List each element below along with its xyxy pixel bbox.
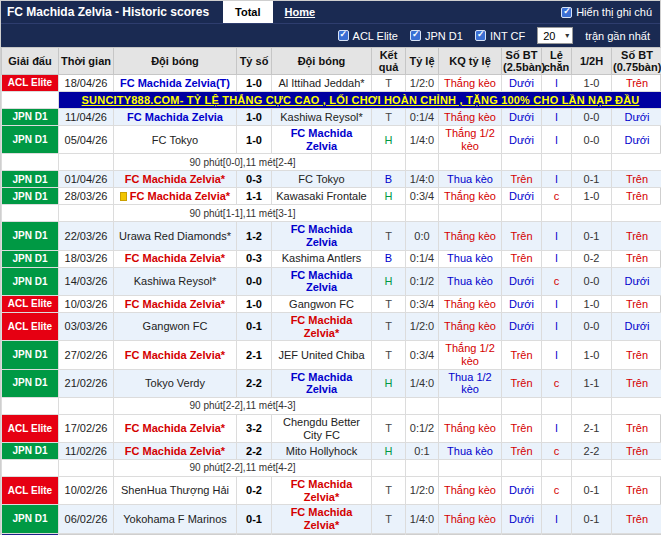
show-notes-toggle[interactable]: Hiển thị ghi chú (561, 1, 660, 23)
note-empty-cell (439, 154, 502, 171)
match-date: 10/02/26 (59, 477, 114, 505)
home-team-name[interactable]: FC Machida Zelvia* (125, 349, 225, 361)
away-team-name[interactable]: Kawasaki Frontale (276, 190, 367, 202)
over-under-0-75-cell: Dưới (612, 313, 661, 341)
match-score: 0-3 (237, 250, 272, 267)
match-row: JPN D101/04/26FC Machida Zelvia*0-3FC To… (2, 171, 661, 188)
home-team-name[interactable]: Gangwon FC (143, 320, 208, 332)
home-team-name[interactable]: FC Machida Zelvia* (125, 173, 225, 185)
half-time-score-cell: 0-1 (572, 171, 612, 188)
home-team-name[interactable]: FC Machida Zelvia(T) (120, 77, 230, 89)
match-score: 1-0 (237, 109, 272, 126)
column-header-odd-even: Lẻ chẵn (542, 48, 572, 75)
checkbox-checked-icon[interactable] (338, 30, 349, 41)
league-badge: JPN D1 (2, 171, 59, 188)
away-team-name[interactable]: JEF United Chiba (278, 349, 364, 361)
home-team-name[interactable]: Urawa Red Diamonds* (119, 230, 231, 242)
filter-acl-elite[interactable]: ACL Elite (338, 30, 398, 42)
match-row: ACL Elite17/02/26FC Machida Zelvia*3-2Ch… (2, 414, 661, 442)
away-team-name[interactable]: FC Machida Zelvia (291, 269, 353, 294)
column-header-total-goals-0-75: Số BT (0.75bàn) (612, 48, 661, 75)
home-team-name[interactable]: FC Machida Zelvia* (125, 298, 225, 310)
penalty-note-row: 90 phút[0-0],11 mét[2-4] (2, 154, 661, 171)
home-team-cell: ShenHua Thượng Hải (114, 477, 237, 505)
league-badge: JPN D1 (2, 250, 59, 267)
league-badge: ACL Elite (2, 296, 59, 313)
home-team-name[interactable]: Kashiwa Reysol* (134, 275, 217, 287)
filter-jpn-d1[interactable]: JPN D1 (410, 30, 463, 42)
over-under-2-5-cell: Trên (502, 414, 542, 442)
away-team-name[interactable]: FC Machida Zelvia (291, 223, 353, 248)
home-team-name[interactable]: FC Machida Zelvia* (125, 445, 225, 457)
away-team-name[interactable]: FC Machida Zelvia* (291, 314, 353, 339)
league-badge: ACL Elite (2, 414, 59, 442)
away-team-name[interactable]: Al Ittihad Jeddah* (278, 77, 364, 89)
league-badge: JPN D1 (2, 188, 59, 205)
league-badge: JPN D1 (2, 267, 59, 295)
column-header-total-goals-2-5: Số BT (2.5bàn) (502, 48, 542, 75)
handicap-result-cell: Thắng kèo (439, 313, 502, 341)
result-cell: T (372, 313, 406, 341)
note-empty-cell (502, 154, 542, 171)
home-team-name[interactable]: FC Machida Zelvia* (125, 252, 225, 264)
note-empty-cell (439, 460, 502, 477)
over-under-2-5-cell: Dưới (502, 75, 542, 92)
half-time-score-cell: 0-0 (572, 109, 612, 126)
odd-even-cell: c (542, 267, 572, 295)
home-team-name[interactable]: ShenHua Thượng Hải (121, 484, 229, 496)
result-cell: T (372, 222, 406, 250)
note-empty-cell (542, 460, 572, 477)
note-empty-cell (372, 205, 406, 222)
away-team-name[interactable]: Gangwon FC (289, 298, 354, 310)
away-team-name[interactable]: Chengdu Better City FC (283, 416, 360, 441)
odd-even-cell: c (542, 477, 572, 505)
home-team-name[interactable]: FC Machida Zelvia* (130, 190, 230, 202)
away-team-name[interactable]: Mito Hollyhock (286, 445, 358, 457)
home-team-name[interactable]: FC Tokyo (152, 134, 198, 146)
checkbox-checked-icon[interactable] (561, 7, 572, 18)
over-under-0-75-cell: Trên (612, 369, 661, 397)
away-team-name[interactable]: Kashiwa Reysol* (280, 111, 363, 123)
home-team-name[interactable]: Yokohama F Marinos (123, 513, 227, 525)
away-team-name[interactable]: Kashima Antlers (282, 252, 361, 264)
match-row: ACL Elite18/04/26FC Machida Zelvia(T)1-0… (2, 75, 661, 92)
match-date: 22/03/26 (59, 222, 114, 250)
yellow-card-icon (120, 192, 127, 201)
note-empty-cell (406, 460, 439, 477)
match-count-select[interactable]: 20 ▾ (537, 27, 573, 44)
away-team-name[interactable]: FC Machida Zelvia (291, 371, 353, 396)
over-under-2-5-cell: Dưới (502, 267, 542, 295)
over-under-0-75-cell: Dưới (612, 267, 661, 295)
league-badge: ACL Elite (2, 75, 59, 92)
filter-int-cf[interactable]: INT CF (475, 30, 525, 42)
tab-home[interactable]: Home (273, 1, 328, 23)
home-team-name[interactable]: FC Machida Zelvia* (125, 422, 225, 434)
note-empty-cell (406, 154, 439, 171)
ad-league-empty-cell (2, 92, 59, 109)
ratio-cell: 0:3/4 (406, 296, 439, 313)
away-team-name[interactable]: FC Machida Zelvia* (291, 506, 353, 531)
checkbox-checked-icon[interactable] (410, 30, 421, 41)
checkbox-checked-icon[interactable] (475, 30, 486, 41)
ad-banner-link[interactable]: SUNCITY888.COM- TỶ LỆ THẮNG CỰC CAO , LỐ… (59, 92, 661, 109)
matches-table: Giải đấu Thời gian Đội bóng Tỷ số Đội bó… (1, 47, 661, 535)
ratio-cell: 0:3/4 (406, 341, 439, 369)
away-team-cell: FC Machida Zelvia* (272, 477, 372, 505)
away-team-name[interactable]: FC Machida Zelvia (291, 127, 353, 152)
note-empty-cell (502, 460, 542, 477)
over-under-0-75-cell: Dưới (612, 126, 661, 154)
penalty-note-row: 90 phút[2-2],11 mét[4-3] (2, 397, 661, 414)
away-team-name[interactable]: FC Tokyo (298, 173, 344, 185)
ratio-cell: 0:1/2 (406, 414, 439, 442)
note-empty-cell (612, 397, 661, 414)
home-team-name[interactable]: FC Machida Zelvia (127, 111, 223, 123)
ratio-cell: 0:3/4 (406, 188, 439, 205)
away-team-cell: JEF United Chiba (272, 341, 372, 369)
ratio-cell: 0:1/4 (406, 250, 439, 267)
tab-total[interactable]: Total (223, 1, 272, 23)
penalty-shootout-note: 90 phút[1-1],11 mét[3-1] (114, 205, 372, 222)
ratio-cell: 0:1 (406, 443, 439, 460)
home-team-cell: FC Machida Zelvia* (114, 443, 237, 460)
away-team-name[interactable]: FC Machida Zelvia* (291, 478, 353, 503)
home-team-name[interactable]: Tokyo Verdy (145, 377, 205, 389)
